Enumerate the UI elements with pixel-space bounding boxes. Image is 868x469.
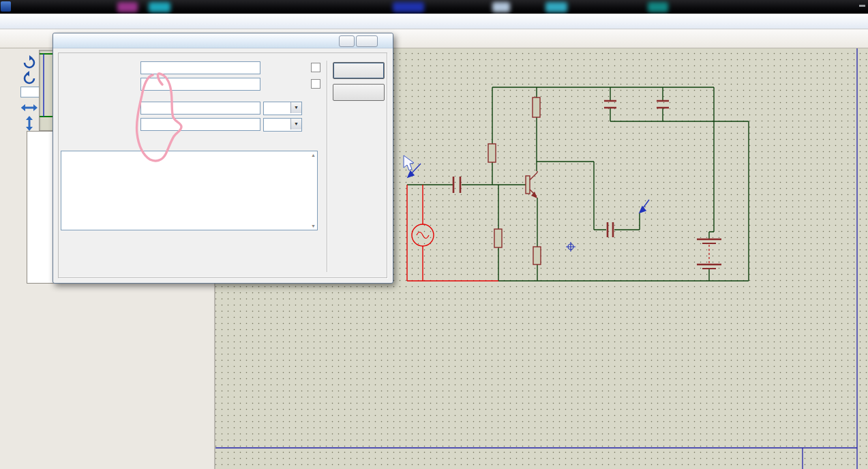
amplitude-visibility-dropdown[interactable]: ▼: [263, 102, 302, 115]
amplitude-field[interactable]: [140, 102, 260, 115]
ok-button[interactable]: [333, 62, 385, 79]
scroll-up-icon[interactable]: ▲: [311, 153, 316, 157]
isis-app-icon: [1, 1, 11, 12]
hidden-checkbox-2[interactable]: [311, 79, 320, 89]
mirror-horizontal-button[interactable]: [21, 100, 38, 115]
rotation-angle-field[interactable]: [20, 87, 40, 97]
scroll-down-icon[interactable]: ▼: [311, 224, 316, 228]
taskbar-blur: [393, 2, 424, 12]
menu-bar: [0, 14, 868, 29]
isis-professional-window: ▼ ▼ ▲ ▼: [0, 0, 868, 469]
hidden-checkbox-1[interactable]: [311, 63, 320, 72]
component-reference-field[interactable]: [140, 61, 260, 74]
dialog-close-button[interactable]: [356, 35, 378, 47]
dialog-help-button[interactable]: [339, 35, 355, 47]
dialog-separator: [327, 61, 327, 272]
window-titlebar: [0, 0, 868, 14]
rotate-anticlockwise-button[interactable]: [21, 71, 38, 86]
taskbar-blur: [492, 2, 510, 12]
other-properties-textarea[interactable]: ▲ ▼: [61, 151, 318, 230]
rotate-clockwise-button[interactable]: [21, 55, 38, 70]
taskbar-blur: [648, 2, 668, 12]
chevron-down-icon[interactable]: ▼: [290, 119, 301, 130]
component-value-field[interactable]: [140, 78, 260, 91]
cancel-button[interactable]: [333, 84, 385, 101]
mirror-vertical-button[interactable]: [21, 116, 38, 131]
taskbar-blur: [149, 2, 170, 12]
frequency-field[interactable]: [140, 118, 260, 131]
minimize-button[interactable]: [859, 5, 865, 7]
frequency-visibility-dropdown[interactable]: ▼: [263, 118, 302, 132]
edit-component-dialog: ▼ ▼ ▲ ▼: [53, 33, 393, 284]
dialog-titlebar[interactable]: [53, 33, 393, 48]
mode-toolbar: [0, 48, 20, 469]
chevron-down-icon[interactable]: ▼: [290, 102, 301, 113]
taskbar-blur: [117, 2, 138, 12]
taskbar-blur: [545, 2, 567, 12]
